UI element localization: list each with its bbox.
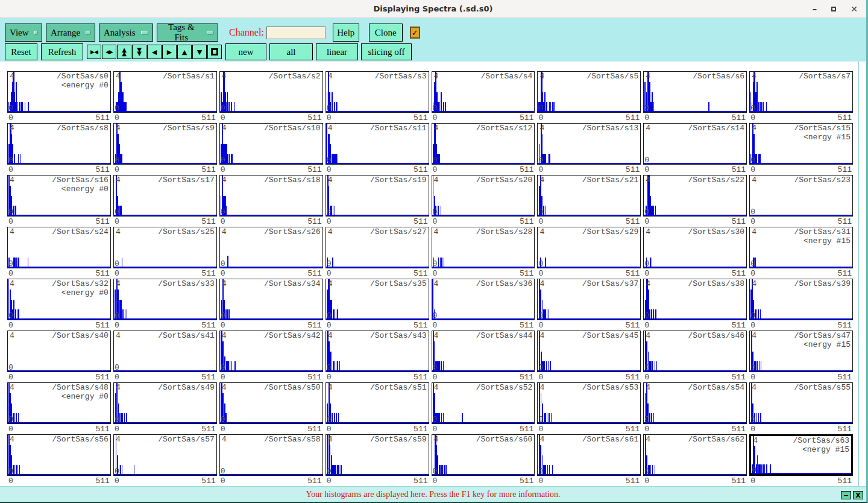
spectrum-plot-s49[interactable]: 40/SortSas/s49 [113, 382, 217, 424]
vertical-scrollbar[interactable] [858, 62, 866, 486]
spectrum-plot-s63[interactable]: 40/SortSas/s63 <nergy #15 [749, 434, 853, 476]
x-min-label: 0 [433, 217, 438, 226]
spectrum-plot-s34[interactable]: 40/SortSas/s34 [219, 279, 323, 320]
spectrum-plot-s41[interactable]: 40/SortSas/s41 [113, 331, 217, 372]
spectrum-plot-s3[interactable]: 40/SortSas/s3 [326, 71, 429, 113]
view-menu-button[interactable]: View [5, 24, 42, 42]
spectrum-plot-s14[interactable]: 40/SortSas/s14 [643, 123, 747, 165]
spectrum-plot-s12[interactable]: 40/SortSas/s12 [432, 123, 535, 165]
y-min-label: 0 [750, 207, 755, 217]
spectrum-plot-s44[interactable]: 40/SortSas/s44 [432, 331, 535, 372]
help-button[interactable]: Help [333, 24, 359, 42]
spectrum-plot-s0[interactable]: 40/SortSas/s0 <energy #0 [7, 71, 111, 113]
spectrum-plot-s40[interactable]: 40/SortSas/s40 [7, 331, 111, 372]
arrange-menu-button[interactable]: Arrange [46, 24, 95, 42]
reset-button[interactable]: Reset [5, 43, 37, 60]
spectrum-plot-s10[interactable]: 40/SortSas/s10 [219, 123, 323, 165]
spectrum-plot-s38[interactable]: 40/SortSas/s38 [643, 279, 747, 320]
spectrum-plot-s16[interactable]: 40/SortSas/s16 <energy #0 [7, 175, 111, 217]
double-up-button[interactable]: ▲▲ [117, 45, 131, 59]
spectrum-plot-s6[interactable]: 40/SortSas/s6 [643, 71, 747, 113]
pan-down-button[interactable]: ▼ [192, 45, 207, 59]
spectrum-plot-s46[interactable]: 40/SortSas/s46 [643, 331, 747, 372]
unzoom-box-button[interactable] [207, 45, 222, 59]
spectrum-plot-s55[interactable]: 40/SortSas/s55 [749, 382, 853, 424]
spectrum-plot-s56[interactable]: 40/SortSas/s56 [7, 434, 111, 476]
spectrum-plot-s29[interactable]: 40/SortSas/s29 [537, 227, 641, 268]
pan-right-button[interactable]: ▶ [162, 45, 177, 59]
spectrum-plot-s31[interactable]: 40/SortSas/s31 <nergy #15 [749, 227, 853, 268]
spectrum-plot-s8[interactable]: 40/SortSas/s8 [7, 123, 111, 165]
spectrum-plot-s11[interactable]: 40/SortSas/s11 [326, 123, 429, 165]
spectrum-plot-s57[interactable]: 40/SortSas/s57 [113, 434, 217, 476]
spectrum-plot-s45[interactable]: 40/SortSas/s45 [537, 331, 641, 372]
spectrum-plot-s39[interactable]: 40/SortSas/s39 [749, 279, 853, 320]
spectrum-plot-s24[interactable]: 40/SortSas/s24 [7, 227, 111, 268]
expand-horizontal-button[interactable]: ◀▶ [102, 45, 116, 59]
status-close-button[interactable]: X [853, 491, 863, 499]
spectrum-plot-s4[interactable]: 40/SortSas/s4 [432, 71, 535, 113]
tags-fits-menu-button[interactable]: Tags & Fits [157, 24, 218, 42]
close-button[interactable]: ✕ [851, 5, 858, 13]
spectrum-plot-s15[interactable]: 40/SortSas/s15 <nergy #15 [749, 123, 853, 165]
spectrum-plot-s17[interactable]: 40/SortSas/s17 [113, 175, 217, 217]
spectrum-plot-s58[interactable]: 40/SortSas/s58 [219, 434, 323, 476]
spectrum-plot-s50[interactable]: 40/SortSas/s50 [219, 382, 323, 424]
spectrum-plot-s20[interactable]: 40/SortSas/s20 [432, 175, 535, 217]
slicing-off-button[interactable]: slicing off [361, 43, 412, 60]
all-button[interactable]: all [269, 43, 313, 60]
spectrum-plot-s30[interactable]: 40/SortSas/s30 [643, 227, 747, 268]
spectrum-plot-s1[interactable]: 40/SortSas/s1 [113, 71, 217, 113]
spectrum-plot-s7[interactable]: 40/SortSas/s7 [749, 71, 853, 113]
spectrum-plot-s27[interactable]: 40/SortSas/s27 [326, 227, 429, 268]
spectrum-plot-s54[interactable]: 40/SortSas/s54 [643, 382, 747, 424]
spectrum-plot-s32[interactable]: 40/SortSas/s32 <energy #0 [7, 279, 111, 320]
spectrum-plot-s47[interactable]: 40/SortSas/s47 <nergy #15 [749, 331, 853, 372]
spectrum-plot-s59[interactable]: 40/SortSas/s59 [326, 434, 429, 476]
new-button[interactable]: new [225, 43, 266, 60]
spectrum-plot-s42[interactable]: 40/SortSas/s42 [219, 331, 323, 372]
spectrum-plot-s36[interactable]: 40/SortSas/s36 [432, 279, 535, 320]
analysis-menu-button[interactable]: Analysis [99, 24, 153, 42]
clone-button[interactable]: Clone [369, 24, 403, 42]
minimize-button[interactable]: – [813, 5, 817, 14]
spectrum-plot-s23[interactable]: 40/SortSas/s23 [749, 175, 853, 217]
spectrum-plot-s53[interactable]: 40/SortSas/s53 [537, 382, 641, 424]
y-max-label: 4 [10, 176, 14, 185]
spectrum-plot-s28[interactable]: 40/SortSas/s28 [432, 227, 535, 268]
spectrum-plot-s25[interactable]: 40/SortSas/s25 [113, 227, 217, 268]
refresh-button[interactable]: Refresh [41, 43, 83, 60]
spectrum-plot-s5[interactable]: 40/SortSas/s5 [537, 71, 641, 113]
y-max-label: 4 [646, 72, 650, 81]
x-axis-labels: 0511 [7, 476, 111, 486]
spectrum-plot-s33[interactable]: 40/SortSas/s33 [113, 279, 217, 320]
spectrum-plot-s43[interactable]: 40/SortSas/s43 [326, 331, 429, 372]
pan-left-button[interactable]: ◀ [147, 45, 162, 59]
maximize-button[interactable] [831, 7, 836, 11]
x-max-label: 511 [201, 217, 215, 226]
x-min-label: 0 [115, 321, 119, 330]
linear-button[interactable]: linear [316, 43, 358, 60]
status-minimize-button[interactable]: − [841, 491, 851, 499]
spectrum-plot-s61[interactable]: 40/SortSas/s61 [537, 434, 641, 476]
collapse-horizontal-button[interactable]: ▶◀ [87, 45, 101, 59]
spectrum-plot-s37[interactable]: 40/SortSas/s37 [537, 279, 641, 320]
double-down-button[interactable]: ▼▼ [132, 45, 146, 59]
spectrum-plot-s2[interactable]: 40/SortSas/s2 [219, 71, 323, 113]
spectrum-plot-s48[interactable]: 40/SortSas/s48 <energy #0 [7, 382, 111, 424]
spectrum-plot-s60[interactable]: 40/SortSas/s60 [432, 434, 535, 476]
spectrum-plot-s9[interactable]: 40/SortSas/s9 [113, 123, 217, 165]
spectrum-plot-s13[interactable]: 40/SortSas/s13 [537, 123, 641, 165]
spectrum-plot-s52[interactable]: 40/SortSas/s52 [432, 382, 535, 424]
spectrum-plot-s35[interactable]: 40/SortSas/s35 [326, 279, 429, 320]
spectrum-plot-s22[interactable]: 40/SortSas/s22 [643, 175, 747, 217]
spectrum-plot-s18[interactable]: 40/SortSas/s18 [219, 175, 323, 217]
spectrum-plot-s51[interactable]: 40/SortSas/s51 [326, 382, 429, 424]
spectrum-plot-s26[interactable]: 40/SortSas/s26 [219, 227, 323, 268]
spectrum-plot-s19[interactable]: 40/SortSas/s19 [326, 175, 429, 217]
channel-input[interactable] [266, 27, 326, 39]
toolbar-checkbox[interactable]: ✓ [410, 27, 420, 39]
spectrum-plot-s21[interactable]: 40/SortSas/s21 [537, 175, 641, 217]
spectrum-plot-s62[interactable]: 40/SortSas/s62 [643, 434, 747, 476]
pan-up-button[interactable]: ▲ [177, 45, 192, 59]
